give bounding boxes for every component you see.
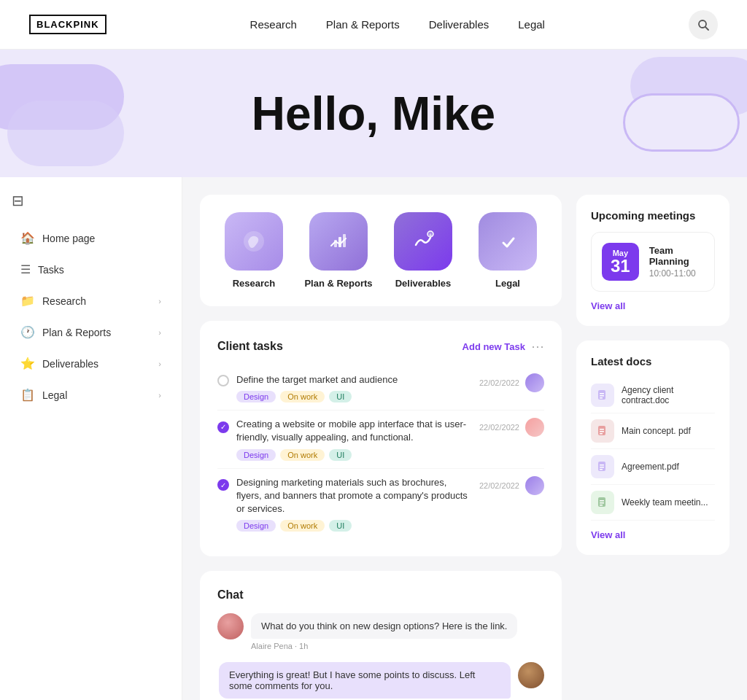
svg-rect-22 <box>600 502 604 504</box>
deliverables-icon: ⭐ <box>20 357 35 370</box>
sidebar-label-legal: Legal <box>42 389 67 401</box>
svg-text:+: + <box>429 233 432 238</box>
meeting-info: Team Planning 10:00-11:00 <box>649 245 704 279</box>
sidebar-item-legal[interactable]: 📋 Legal › <box>12 381 170 409</box>
nav-legal[interactable]: Legal <box>518 18 545 31</box>
doc-name-3: Agreement.pdf <box>622 462 679 472</box>
legal-card-icon <box>479 212 537 271</box>
svg-rect-9 <box>600 393 604 394</box>
svg-rect-23 <box>600 505 603 506</box>
category-deliverables-label: Deliverables <box>395 278 452 289</box>
meeting-card[interactable]: May 31 Team Planning 10:00-11:00 <box>591 232 715 292</box>
meetings-section: Upcoming meetings May 31 Team Planning 1… <box>576 195 729 326</box>
task-meta: 22/02/2022 <box>479 373 544 392</box>
category-deliverables[interactable]: + Deliverables <box>387 212 460 289</box>
category-research[interactable]: Research <box>217 212 290 289</box>
category-legal[interactable]: Legal <box>471 212 544 289</box>
add-task-button[interactable]: Add new Task <box>462 341 525 352</box>
sidebar-label-home: Home page <box>42 233 95 244</box>
arrow-icon: › <box>158 359 161 368</box>
task-text: Creating a website or mobile app interfa… <box>236 418 472 444</box>
sidebar-item-tasks[interactable]: ☰ Tasks <box>12 255 170 284</box>
plan-reports-icon: 🕐 <box>20 325 35 339</box>
plan-reports-card-icon <box>309 212 368 271</box>
view-all-docs-button[interactable]: View all <box>591 529 625 540</box>
tasks-icon: ☰ <box>20 262 31 276</box>
tag-design: Design <box>236 449 276 461</box>
chat-section: Chat What do you think on new design opt… <box>200 571 562 700</box>
tag-onwork: On work <box>280 391 325 402</box>
task-checkbox[interactable] <box>217 375 229 389</box>
task-meta: 22/02/2022 <box>479 418 544 437</box>
svg-rect-11 <box>600 397 603 399</box>
logo[interactable]: BLACKPINK <box>29 15 107 34</box>
hero-section: Hello, Mike <box>0 50 747 177</box>
arrow-icon: › <box>158 328 161 337</box>
deliverables-card-icon: + <box>394 212 452 271</box>
docs-section: Latest docs Agency client contract.doc <box>576 341 729 555</box>
chat-message-2: Everything is great! But I have some poi… <box>217 662 544 700</box>
task-item: ✓ Creating a website or mobile app inter… <box>217 411 544 468</box>
research-icon: 📁 <box>20 294 35 308</box>
doc-name-1: Agency client contract.doc <box>622 385 715 405</box>
chat-message-1: What do you think on new design options?… <box>217 613 544 650</box>
category-plan-reports[interactable]: Plan & Reports <box>302 212 375 289</box>
svg-rect-4 <box>338 237 341 247</box>
more-options-button[interactable]: ⋯ <box>531 338 544 354</box>
task-date: 22/02/2022 <box>479 481 519 490</box>
task-checkbox[interactable]: ✓ <box>217 478 229 491</box>
content-area: Research Plan & Reports <box>182 177 747 700</box>
search-button[interactable] <box>689 10 718 39</box>
sidebar-item-deliverables[interactable]: ⭐ Deliverables › <box>12 349 170 378</box>
sidebar-item-research[interactable]: 📁 Research › <box>12 287 170 315</box>
sidebar-label-deliverables: Deliverables <box>42 358 98 370</box>
sidebar-toggle[interactable]: ⊟ <box>12 192 170 209</box>
doc-icon-1 <box>591 384 614 407</box>
hero-greeting: Hello, Mike <box>252 87 495 141</box>
doc-icon-3 <box>591 455 614 478</box>
add-task-label: Add new Task <box>462 341 525 352</box>
nav-research[interactable]: Research <box>250 18 297 31</box>
view-all-meetings-button[interactable]: View all <box>591 300 625 311</box>
tag-design: Design <box>236 391 276 402</box>
task-text: Define the target market and audience <box>236 373 472 386</box>
task-date: 22/02/2022 <box>479 378 519 387</box>
task-avatar <box>525 418 544 437</box>
task-tags: Design On work UI <box>236 520 472 532</box>
tag-ui: UI <box>329 449 352 461</box>
sidebar-item-plan-reports[interactable]: 🕐 Plan & Reports › <box>12 318 170 346</box>
doc-icon-4 <box>591 491 614 514</box>
doc-item-2[interactable]: Main concept. pdf <box>591 413 715 449</box>
task-tags: Design On work UI <box>236 391 472 402</box>
meeting-date: May 31 <box>602 243 639 281</box>
home-icon: 🏠 <box>20 231 35 245</box>
category-legal-label: Legal <box>495 278 520 289</box>
hero-decoration-left <box>0 50 160 177</box>
task-date: 22/02/2022 <box>479 423 519 432</box>
doc-item-4[interactable]: Weekly team meetin... <box>591 485 715 521</box>
main-layout: ⊟ 🏠 Home page ☰ Tasks 📁 Research › 🕐 Pla… <box>0 177 747 700</box>
task-tags: Design On work UI <box>236 449 472 461</box>
task-text: Designing marketing materials such as br… <box>236 476 472 516</box>
task-content: Define the target market and audience De… <box>236 373 472 402</box>
tasks-title: Client tasks <box>217 340 283 353</box>
task-content: Creating a website or mobile app interfa… <box>236 418 472 460</box>
arrow-icon: › <box>158 391 161 400</box>
tasks-header: Client tasks Add new Task ⋯ <box>217 338 544 354</box>
sender-avatar <box>217 613 244 639</box>
content-left: Research Plan & Reports <box>200 195 562 682</box>
meetings-title: Upcoming meetings <box>591 209 715 222</box>
doc-item-1[interactable]: Agency client contract.doc <box>591 378 715 413</box>
my-avatar <box>518 662 544 688</box>
task-checkbox[interactable]: ✓ <box>217 419 229 433</box>
doc-item-3[interactable]: Agreement.pdf <box>591 449 715 485</box>
nav-deliverables[interactable]: Deliverables <box>429 18 489 31</box>
task-content: Designing marketing materials such as br… <box>236 476 472 532</box>
category-cards: Research Plan & Reports <box>200 195 562 306</box>
nav-plan-reports[interactable]: Plan & Reports <box>326 18 400 31</box>
chat-bubble-me: Everything is great! But I have some poi… <box>219 662 511 699</box>
category-plan-reports-label: Plan & Reports <box>304 278 372 289</box>
task-avatar <box>525 373 544 392</box>
sidebar-item-home[interactable]: 🏠 Home page <box>12 224 170 252</box>
svg-rect-14 <box>600 431 604 432</box>
